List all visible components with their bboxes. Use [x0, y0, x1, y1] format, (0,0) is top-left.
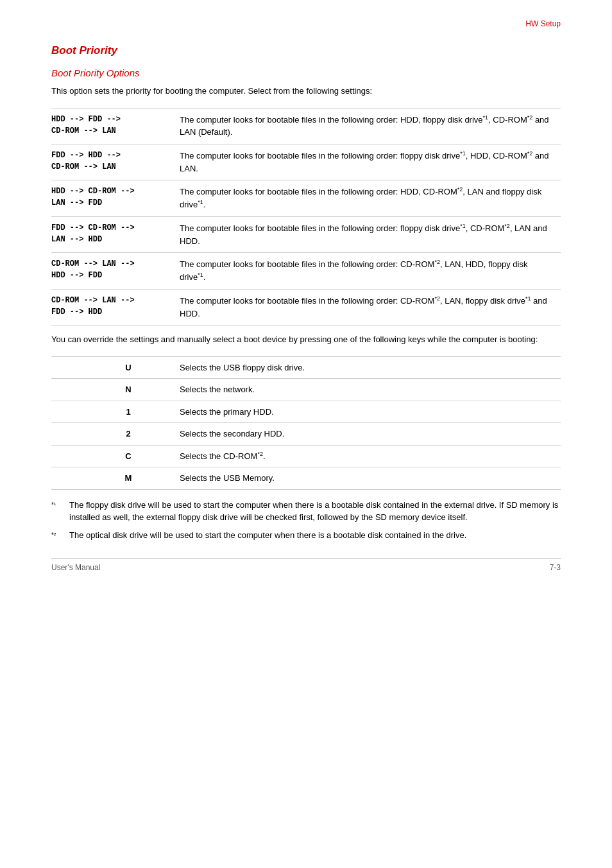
key-option-key: N [51, 379, 173, 401]
boot-option-row: CD-ROM --> LAN -->FDD --> HDDThe compute… [51, 289, 561, 325]
boot-option-row: FDD --> HDD -->CD-ROM --> LANThe compute… [51, 144, 561, 180]
key-option-key: 2 [51, 423, 173, 446]
boot-option-description: The computer looks for bootable files in… [173, 180, 561, 217]
boot-option-key: HDD --> CD-ROM -->LAN --> FDD [51, 180, 173, 217]
boot-option-key: CD-ROM --> LAN -->FDD --> HDD [51, 289, 173, 325]
key-option-key: U [51, 356, 173, 379]
boot-option-key: CD-ROM --> LAN -->HDD --> FDD [51, 253, 173, 290]
key-option-row: CSelects the CD-ROM*2. [51, 445, 561, 467]
key-option-description: Selects the primary HDD. [173, 401, 561, 423]
boot-option-key: HDD --> FDD -->CD-ROM --> LAN [51, 108, 173, 144]
footer: User's Manual 7-3 [51, 559, 561, 572]
footnote-marker: *² [51, 529, 69, 540]
boot-option-key: FDD --> CD-ROM -->LAN --> HDD [51, 216, 173, 252]
boot-option-row: FDD --> CD-ROM -->LAN --> HDDThe compute… [51, 216, 561, 252]
boot-option-row: HDD --> FDD -->CD-ROM --> LANThe compute… [51, 108, 561, 144]
subsection-title: Boot Priority Options [51, 67, 561, 78]
header: HW Setup [51, 19, 561, 31]
footnote-text: The floppy disk drive will be used to st… [69, 499, 561, 524]
intro-text: This option sets the priority for bootin… [51, 85, 561, 98]
override-text: You can override the settings and manual… [51, 326, 561, 346]
footer-left: User's Manual [51, 563, 100, 572]
key-option-row: MSelects the USB Memory. [51, 467, 561, 490]
boot-option-description: The computer looks for bootable files in… [173, 216, 561, 252]
boot-options-table: HDD --> FDD -->CD-ROM --> LANThe compute… [51, 108, 561, 326]
key-option-row: NSelects the network. [51, 379, 561, 401]
footnotes: *¹The floppy disk drive will be used to … [51, 499, 561, 542]
footnote-marker: *¹ [51, 499, 69, 510]
boot-option-description: The computer looks for bootable files in… [173, 253, 561, 290]
key-option-description: Selects the USB floppy disk drive. [173, 356, 561, 379]
boot-option-description: The computer looks for bootable files in… [173, 289, 561, 325]
footnote-text: The optical disk drive will be used to s… [69, 529, 466, 542]
boot-option-description: The computer looks for bootable files in… [173, 144, 561, 180]
key-option-row: USelects the USB floppy disk drive. [51, 356, 561, 379]
key-option-description: Selects the network. [173, 379, 561, 401]
footnote: *²The optical disk drive will be used to… [51, 529, 561, 542]
boot-option-description: The computer looks for bootable files in… [173, 108, 561, 144]
footer-right: 7-3 [550, 563, 561, 572]
key-option-row: 2Selects the secondary HDD. [51, 423, 561, 446]
key-option-row: 1Selects the primary HDD. [51, 401, 561, 423]
boot-option-key: FDD --> HDD -->CD-ROM --> LAN [51, 144, 173, 180]
key-options-table: USelects the USB floppy disk drive.NSele… [51, 356, 561, 490]
key-option-description: Selects the USB Memory. [173, 467, 561, 490]
key-option-key: C [51, 445, 173, 467]
page: HW Setup Boot Priority Boot Priority Opt… [0, 0, 612, 585]
header-label: HW Setup [525, 19, 561, 28]
boot-option-row: CD-ROM --> LAN -->HDD --> FDDThe compute… [51, 253, 561, 290]
boot-option-row: HDD --> CD-ROM -->LAN --> FDDThe compute… [51, 180, 561, 217]
key-option-description: Selects the secondary HDD. [173, 423, 561, 446]
key-option-description: Selects the CD-ROM*2. [173, 445, 561, 467]
footnote: *¹The floppy disk drive will be used to … [51, 499, 561, 524]
key-option-key: M [51, 467, 173, 490]
section-title: Boot Priority [51, 44, 561, 57]
key-option-key: 1 [51, 401, 173, 423]
